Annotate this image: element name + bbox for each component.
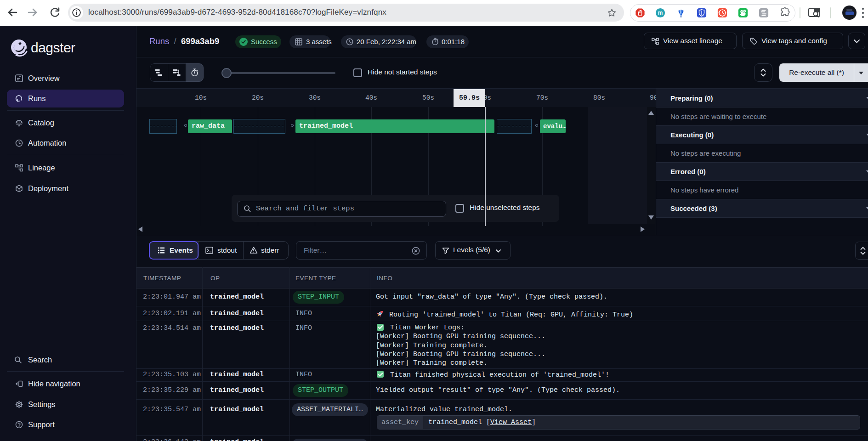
svg-text:m: m [658,10,663,16]
